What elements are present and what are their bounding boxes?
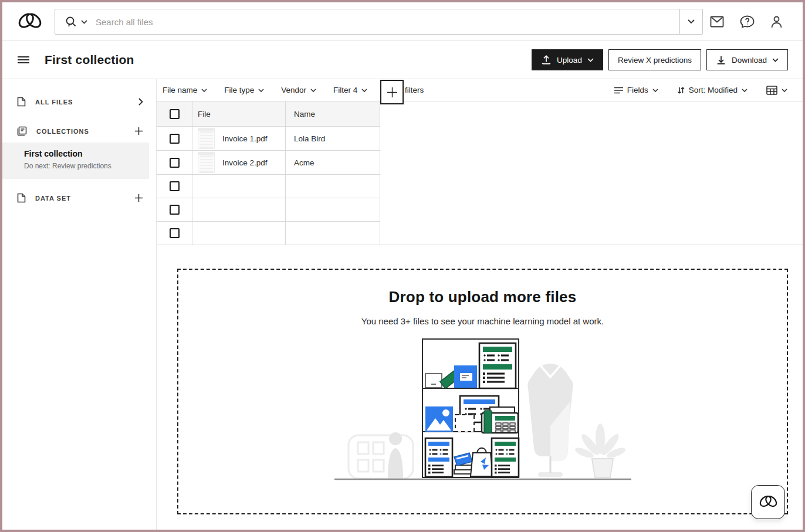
sidebar-item-collections[interactable]: COLLECTIONS: [17, 126, 143, 136]
view-layout-button[interactable]: [766, 86, 787, 95]
chevron-down-icon: [361, 89, 367, 92]
row-checkbox[interactable]: [170, 205, 180, 215]
download-icon: [716, 55, 726, 65]
upload-button[interactable]: Upload: [532, 49, 603, 70]
file-name: Invoice 1.pdf: [222, 134, 268, 143]
search-bar: [55, 9, 703, 35]
dropzone-title: Drop to upload more files: [178, 288, 787, 306]
collections-icon: [17, 126, 27, 136]
upload-icon: [541, 55, 552, 65]
sidebar-item-data-set[interactable]: DATA SET: [17, 193, 143, 203]
filter-file-name[interactable]: File name: [163, 86, 207, 94]
collection-header: First collection Upload Review X predict…: [2, 41, 803, 79]
help-icon[interactable]: [740, 15, 755, 28]
collection-next-step: Do next: Review predictions: [24, 162, 149, 170]
app-window: First collection Upload Review X predict…: [0, 0, 805, 532]
butterfly-logo-icon: [16, 9, 43, 34]
dropzone-subtitle: You need 3+ files to see your machine le…: [178, 316, 787, 326]
plus-icon: [387, 87, 398, 98]
vendor-name: Acme: [286, 151, 380, 174]
fields-button[interactable]: Fields: [614, 86, 658, 94]
row-checkbox[interactable]: [170, 158, 180, 168]
add-column-button[interactable]: [380, 80, 404, 104]
select-all-checkbox[interactable]: [170, 109, 180, 119]
files-table: File Name Invoice 1.pdf Lola Bird Inv: [157, 101, 380, 245]
table-view-icon: [766, 86, 777, 95]
table-row[interactable]: Invoice 1.pdf Lola Bird: [157, 127, 380, 151]
table-bottom-divider: [157, 245, 803, 245]
page-title: First collection: [45, 53, 134, 67]
chevron-down-icon: [772, 58, 779, 62]
chevron-down-icon: [587, 58, 594, 62]
review-predictions-button[interactable]: Review X predictions: [608, 49, 701, 70]
file-thumbnail: [198, 152, 215, 173]
column-header-name: Name: [286, 101, 380, 126]
sort-button[interactable]: Sort: Modified: [677, 86, 748, 94]
assistant-fab-button[interactable]: [751, 485, 785, 519]
filter-vendor[interactable]: Vendor: [281, 86, 316, 94]
butler-logo[interactable]: [16, 9, 43, 34]
download-button[interactable]: Download: [706, 49, 788, 70]
row-checkbox[interactable]: [170, 228, 180, 238]
account-icon[interactable]: [770, 15, 783, 28]
filter-4[interactable]: Filter 4: [333, 86, 367, 94]
file-thumbnail: [198, 128, 215, 149]
chevron-down-icon: [310, 89, 316, 92]
table-row-empty: [157, 175, 380, 198]
search-input[interactable]: [96, 17, 679, 27]
table-header-row: File Name: [157, 101, 380, 127]
table-row-empty: [157, 222, 380, 245]
chevron-down-icon: [652, 89, 658, 92]
table-row[interactable]: Invoice 2.pdf Acme: [157, 151, 380, 175]
butterfly-logo-icon: [758, 493, 779, 511]
document-icon: [17, 193, 26, 203]
filter-bar: File name File type Vendor Filter 4 More…: [157, 79, 803, 101]
sort-icon: [677, 86, 685, 94]
body-area: ALL FILES COLLECTIONS: [2, 79, 803, 530]
upload-illustration: [333, 338, 632, 482]
chevron-down-icon: [742, 89, 748, 92]
main-panel: File name File type Vendor Filter 4 More…: [157, 79, 803, 530]
column-header-file: File: [192, 101, 286, 126]
chevron-down-icon: [688, 19, 695, 24]
sidebar-item-all-files[interactable]: ALL FILES: [17, 97, 143, 107]
vendor-name: Lola Bird: [286, 127, 380, 150]
file-name: Invoice 2.pdf: [222, 158, 268, 167]
header-actions: Upload Review X predictions Download: [532, 49, 803, 70]
search-scope-chevron-icon[interactable]: [81, 20, 87, 24]
search-icon[interactable]: [65, 16, 77, 28]
mail-icon[interactable]: [710, 16, 724, 28]
sidebar: ALL FILES COLLECTIONS: [2, 79, 157, 530]
plus-icon[interactable]: [134, 194, 143, 202]
row-checkbox[interactable]: [170, 181, 180, 191]
row-checkbox[interactable]: [170, 134, 180, 144]
chevron-right-icon[interactable]: [138, 98, 143, 106]
plus-icon[interactable]: [134, 127, 143, 135]
chevron-down-icon: [201, 89, 207, 92]
chevron-down-icon: [782, 89, 787, 92]
menu-icon[interactable]: [15, 51, 32, 69]
sidebar-selected-collection[interactable]: First collection Do next: Review predict…: [2, 143, 149, 179]
fields-list-icon: [614, 87, 623, 94]
dropzone[interactable]: Drop to upload more files You need 3+ fi…: [177, 269, 788, 514]
topbar-icons: [710, 2, 783, 41]
chevron-down-icon: [258, 89, 264, 92]
filter-file-type[interactable]: File type: [224, 86, 264, 94]
view-controls: Fields Sort: Modified: [614, 86, 787, 95]
document-icon: [17, 97, 26, 107]
top-bar: [2, 2, 803, 41]
collection-name: First collection: [24, 149, 149, 158]
search-expand-button[interactable]: [680, 9, 702, 34]
table-row-empty: [157, 198, 380, 222]
